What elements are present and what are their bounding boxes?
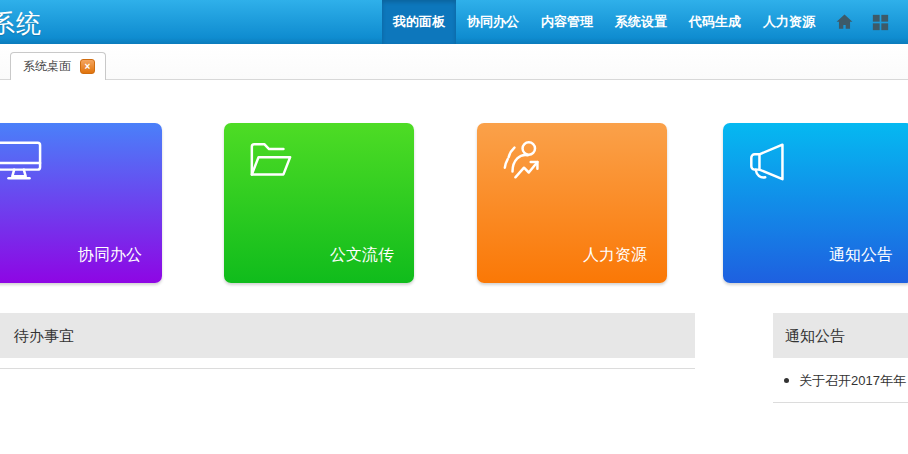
- notice-item-text: 关于召开2017年年: [799, 373, 906, 388]
- tile-collaboration-office[interactable]: 协同办公: [0, 123, 162, 283]
- tab-close-icon[interactable]: ×: [80, 59, 95, 74]
- notice-panel: 通知公告 关于召开2017年年: [773, 313, 908, 403]
- tile-document-flow[interactable]: 公文流传: [224, 123, 414, 283]
- notice-panel-title: 通知公告: [773, 313, 908, 358]
- tile-notice-announcement[interactable]: 通知公告: [723, 123, 908, 283]
- nav-item-content-management[interactable]: 内容管理: [530, 0, 604, 44]
- tile-label: 人力资源: [583, 245, 647, 266]
- nav-item-collaboration[interactable]: 协同办公: [456, 0, 530, 44]
- tab-system-desktop[interactable]: 系统桌面 ×: [10, 52, 106, 80]
- grid-layout-icon[interactable]: [863, 0, 898, 44]
- tab-bar: 系统桌面 ×: [0, 44, 908, 80]
- nav-item-code-generation[interactable]: 代码生成: [678, 0, 752, 44]
- nav-item-system-settings[interactable]: 系统设置: [604, 0, 678, 44]
- bullet-icon: [784, 378, 789, 383]
- tile-label: 公文流传: [330, 245, 394, 266]
- home-icon[interactable]: [826, 0, 863, 44]
- tab-label: 系统桌面: [23, 58, 71, 75]
- main-nav: 我的面板 协同办公 内容管理 系统设置 代码生成 人力资源: [382, 0, 898, 44]
- nav-item-human-resources[interactable]: 人力资源: [752, 0, 826, 44]
- system-desktop-page: 系统 我的面板 协同办公 内容管理 系统设置 代码生成 人力资源 系统桌面 ×: [0, 0, 908, 454]
- notice-list-item[interactable]: 关于召开2017年年: [773, 358, 908, 403]
- todo-panel: 待办事宜: [0, 313, 695, 369]
- todo-panel-empty-list: [0, 358, 695, 369]
- tile-human-resources[interactable]: 人力资源: [477, 123, 667, 283]
- person-activity-icon: [501, 138, 547, 184]
- monitor-icon: [0, 138, 42, 184]
- nav-item-my-dashboard[interactable]: 我的面板: [382, 0, 456, 44]
- app-logo-title: 系统: [0, 7, 42, 40]
- folder-open-icon: [248, 138, 294, 184]
- top-header-bar: 系统 我的面板 协同办公 内容管理 系统设置 代码生成 人力资源: [0, 0, 908, 44]
- tile-label: 通知公告: [829, 245, 893, 266]
- megaphone-icon: [747, 138, 793, 184]
- todo-panel-title: 待办事宜: [0, 313, 695, 358]
- tile-label: 协同办公: [78, 245, 142, 266]
